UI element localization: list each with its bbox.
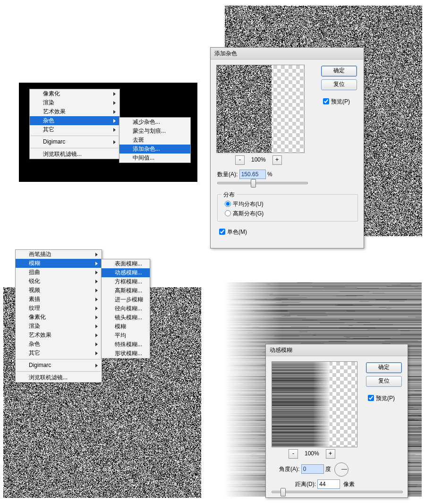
menu-item[interactable]: 素描 [16, 295, 102, 304]
distance-row: 距离(D): 44 像素 [295, 479, 355, 489]
zoom-out-button[interactable]: - [235, 155, 245, 165]
menu-item[interactable]: 进一步模糊 [102, 295, 150, 304]
distance-unit: 像素 [343, 481, 355, 487]
distribution-legend: 分布 [221, 191, 237, 199]
menu2-sub: 表面模糊...动感模糊...方框模糊...高斯模糊...进一步模糊径向模糊...… [101, 259, 150, 359]
amount-slider[interactable] [217, 182, 308, 184]
menu-item[interactable]: 表面模糊... [102, 259, 150, 268]
menu-item[interactable]: 杂色 [30, 116, 119, 125]
menu-item[interactable]: 像素化 [16, 313, 102, 322]
dialog-title: 添加杂色 [211, 48, 364, 60]
zoom-row: - 100% + [235, 155, 282, 165]
menu-item[interactable]: 高斯模糊... [102, 286, 150, 295]
menu-item[interactable]: 其它 [16, 349, 102, 358]
angle-label: 角度(A): [279, 466, 299, 472]
menu-item[interactable]: 像素化 [30, 89, 119, 98]
preview-checkbox[interactable]: 预览(P) [321, 98, 350, 105]
zoom-value: 100% [246, 156, 271, 163]
motion-preview-content [272, 362, 330, 447]
menu-item[interactable]: 模糊 [102, 322, 150, 331]
menu-item[interactable]: 径向模糊... [102, 304, 150, 313]
amount-unit: % [267, 171, 272, 178]
menu-item[interactable]: 中间值... [119, 154, 190, 162]
ok-button[interactable]: 确定 [366, 362, 402, 373]
angle-dial[interactable] [334, 462, 348, 477]
noise-preview-box [216, 65, 305, 153]
menu-item[interactable]: 方框模糊... [102, 277, 150, 286]
menu-item[interactable]: 艺术效果 [30, 107, 119, 116]
menu-item[interactable]: 渲染 [30, 98, 119, 107]
ok-button[interactable]: 确定 [321, 66, 357, 77]
zoom-value: 100% [299, 450, 324, 457]
zoom-out-button[interactable]: - [289, 449, 298, 459]
mono-checkbox[interactable]: 单色(M) [217, 227, 247, 236]
menu1-sub: 减少杂色...蒙尘与划痕...去斑添加杂色...中间值... [119, 117, 191, 163]
amount-input[interactable]: 150.65 [239, 170, 266, 179]
distance-input[interactable]: 44 [317, 479, 340, 489]
menu-item[interactable]: 扭曲 [16, 268, 102, 277]
menu-item[interactable]: 蒙尘与划痕... [119, 127, 190, 136]
reset-button[interactable]: 复位 [321, 79, 357, 90]
radio-uniform[interactable]: 平均分布(U) [222, 199, 264, 208]
angle-unit: 度 [325, 466, 331, 472]
menu-item[interactable]: 特殊模糊... [102, 340, 150, 349]
radio-gaussian[interactable]: 高斯分布(G) [222, 209, 264, 218]
menu-item[interactable]: 减少杂色... [119, 118, 190, 127]
menu-item[interactable]: Digimarc [30, 137, 119, 146]
reset-button[interactable]: 复位 [366, 376, 402, 387]
zoom-row: - 100% + [289, 449, 335, 459]
dialog-add-noise: 添加杂色 - 100% + 确定 复位 预览(P) 数量(A): 150.65 … [210, 47, 364, 248]
menu-item[interactable]: 渲染 [16, 322, 102, 331]
angle-row: 角度(A): 0 度 [279, 462, 350, 477]
menu-item-browse[interactable]: 浏览联机滤镜... [16, 373, 102, 382]
amount-row: 数量(A): 150.65 % [217, 170, 272, 179]
menu-item[interactable]: 形状模糊... [102, 349, 150, 358]
menu-item[interactable]: Digimarc [16, 361, 102, 370]
menu-item[interactable]: 模糊 [16, 259, 102, 268]
distribution-group: 分布 平均分布(U) 高斯分布(G) [217, 194, 358, 222]
menu-item[interactable]: 去斑 [119, 136, 190, 145]
menu-item[interactable]: 画笔描边 [16, 250, 102, 259]
menu-item[interactable]: 动感模糊... [102, 268, 150, 277]
dialog-motion-blur: 动感模糊 - 100% + 确定 复位 预览(P) 角度(A): 0 度 距离(… [265, 344, 408, 498]
angle-input[interactable]: 0 [301, 464, 324, 474]
menu-item[interactable]: 镜头模糊... [102, 313, 150, 322]
menu-item[interactable]: 添加杂色... [119, 145, 190, 154]
menu-item[interactable]: 平均 [102, 331, 150, 340]
amount-label: 数量(A): [217, 171, 238, 178]
dialog-title: 动感模糊 [266, 344, 408, 356]
distance-label: 距离(D): [295, 481, 316, 487]
zoom-in-button[interactable]: + [326, 449, 335, 459]
zoom-in-button[interactable]: + [272, 155, 282, 165]
preview-checkbox[interactable]: 预览(P) [366, 395, 395, 401]
menu-item[interactable]: 其它 [30, 125, 119, 134]
menu-item[interactable]: 纹理 [16, 304, 102, 313]
menu2-main: 画笔描边模糊扭曲锐化视频素描纹理像素化渲染艺术效果杂色其它Digimarc浏览联… [15, 249, 102, 383]
distance-slider[interactable] [272, 491, 403, 493]
menu-item[interactable]: 艺术效果 [16, 331, 102, 340]
menu1-main: 像素化渲染艺术效果杂色其它Digimarc浏览联机滤镜... [29, 89, 120, 159]
menu-item[interactable]: 杂色 [16, 340, 102, 349]
menu-item[interactable]: 锐化 [16, 277, 102, 286]
menu-item[interactable]: 视频 [16, 286, 102, 295]
menu-item-browse[interactable]: 浏览联机滤镜... [30, 150, 119, 159]
noise-preview-content [217, 65, 272, 153]
motion-preview-box [272, 361, 357, 447]
